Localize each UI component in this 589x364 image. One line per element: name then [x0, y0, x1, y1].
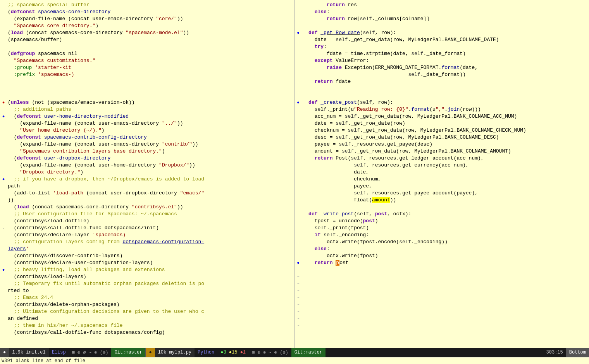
line: (add-to-list 'load-path (concat user-dro…: [0, 190, 294, 197]
line-content: fdate = time.strptime(date, self._date_f…: [301, 50, 589, 57]
status-size-2: 10k: [158, 350, 167, 355]
line: (contribsys/delete-orphan-packages): [0, 301, 294, 308]
line-content: self._date_format)): [301, 71, 589, 78]
line: self._date_format)): [295, 71, 589, 78]
line-content: ;; Ultimate configuration decisions are …: [6, 308, 294, 315]
line: ● (defconst user-home-directory-modified: [0, 113, 294, 120]
line-content: desc = self._get_row_data(row, MyLedgerP…: [301, 134, 589, 141]
line-content: "Dropbox directory."): [6, 169, 294, 176]
status-changes: ●3 ●15 ●1: [217, 348, 249, 357]
line: self._print(fpost): [295, 225, 589, 232]
line: def _write_post(self, post, octx):: [295, 211, 589, 218]
line: "User home directory (~/)."): [0, 127, 294, 134]
status-bar: ● 1.9k init.el Elisp ⊞ ⊛ ∅ ~ ⊗ (⊛) Git:m…: [0, 348, 589, 357]
line: else:: [295, 9, 589, 15]
line: [295, 204, 589, 211]
line: path: [0, 183, 294, 190]
right-pane: return res else: return row[self._column…: [295, 0, 589, 348]
line: -: [295, 266, 589, 273]
line: (contribsys/call-dotfile-func dotspacema…: [0, 329, 294, 336]
line: ;; Emacs 24.4: [0, 294, 294, 301]
mini-bar-text: W391 blank line at end of file: [2, 358, 85, 364]
right-code-scroll[interactable]: return res else: return row[self._column…: [295, 0, 589, 348]
line: ;; User configuration file for Spacemacs…: [0, 211, 294, 218]
line-content: (contribsys/discover-contrib-layers): [6, 252, 294, 259]
line-content: (defgroup spacemacs nil: [6, 50, 294, 57]
status-name-2: mylpl.py: [169, 350, 191, 355]
line: ;; Temporary fix until automatic orphan …: [0, 280, 294, 287]
status-fileinfo-1: 1.9k init.el: [9, 348, 48, 357]
line-content: return row[self._columns[colname]]: [301, 15, 589, 22]
line-content: (unless (not (spacemacs/emacs-version-ok…: [6, 99, 294, 106]
left-code-scroll[interactable]: ;; spacemacs special buffer (defconst sp…: [0, 0, 294, 348]
line-content: checknum,: [301, 176, 589, 183]
line: ~: [295, 315, 589, 322]
line: "Spacemacs customizations.": [0, 57, 294, 64]
status-indicator-1: ●: [0, 348, 9, 357]
line-content: ;; User configuration file for Spacemacs…: [6, 211, 294, 218]
line: ;; spacemacs special buffer: [0, 2, 294, 9]
line: (defconst spacemacs-contrib-config-direc…: [0, 134, 294, 141]
line-marker: ~: [296, 315, 301, 322]
line-content: (expand-file-name (concat user-emacs-dir…: [6, 15, 294, 22]
line-content: (expand-file-name (concat user-emacs-dir…: [6, 141, 294, 148]
line-content: (add-to-list 'load-path (concat user-dro…: [6, 190, 294, 197]
line: [0, 43, 294, 50]
status-fileinfo-2: 10k mylpl.py: [155, 348, 195, 357]
status-scroll: Bottom: [566, 348, 589, 357]
line-content: date = self._get_row_data(row, MyLedgerP…: [301, 36, 589, 43]
line: [295, 92, 589, 99]
line-content: )): [6, 197, 294, 204]
line-content: octx.write(fpost): [301, 252, 589, 259]
line: float(amount)): [295, 197, 589, 204]
line: "Spacemacs core directory."): [0, 22, 294, 29]
line: amount = self._get_row_data(row, MyLedge…: [295, 148, 589, 155]
line-marker: -: [296, 266, 301, 273]
line: acc_num = self._get_row_data(row, MyLedg…: [295, 113, 589, 120]
line: :prefix 'spacemacs-): [0, 71, 294, 78]
line-content: (expand-file-name (concat user-home-dire…: [6, 162, 294, 169]
line: ●(unless (not (spacemacs/emacs-version-o…: [0, 99, 294, 106]
line-content: return post: [301, 259, 589, 266]
line: ~: [295, 308, 589, 315]
line: ;; additional paths: [0, 106, 294, 113]
line: (expand-file-name (concat user-emacs-dir…: [0, 120, 294, 127]
line-content: date = self._get_row_date(row): [301, 120, 589, 127]
line-content: (spacemacs/buffer): [6, 36, 294, 43]
line-content: octx.write(fpost.encode(self._encoding)): [301, 239, 589, 246]
line-content: (contribsys/delete-orphan-packages): [6, 301, 294, 308]
line: return Post(self._resources.get_ledger_a…: [295, 155, 589, 162]
line: return fdate: [295, 78, 589, 85]
line-content: ;; configuration layers coming from dots…: [6, 239, 294, 246]
line: if self._encoding:: [295, 232, 589, 239]
line: (contribsys/declare-layer 'spacemacs): [0, 232, 294, 239]
line-content: acc_num = self._get_row_data(row, MyLedg…: [301, 113, 589, 120]
line-content: an defined: [6, 315, 294, 322]
line: ~: [295, 301, 589, 308]
status-icons-1: ⊞ ⊛ ∅ ~ ⊗ (⊛): [69, 348, 112, 357]
line-content: ;; Temporary fix until automatic orphan …: [6, 280, 294, 287]
line: (expand-file-name (concat user-emacs-dir…: [0, 15, 294, 22]
editor-area: ;; spacemacs special buffer (defconst sp…: [0, 0, 589, 348]
line-content: return res: [301, 2, 589, 9]
line: try:: [295, 43, 589, 50]
line: octx.write(fpost.encode(self._encoding)): [295, 239, 589, 246]
line-content: (defconst spacemacs-core-directory: [6, 9, 294, 15]
line-content: payee = self._resources.get_payee(desc): [301, 141, 589, 148]
line: octx.write(fpost): [295, 252, 589, 259]
line-content: ;; them in his/her ~/.spacemacs file: [6, 322, 294, 329]
line: ;; Ultimate configuration decisions are …: [0, 308, 294, 315]
line: fdate = time.strptime(date, self._date_f…: [295, 50, 589, 57]
line-marker: -: [1, 225, 6, 232]
line-content: try:: [301, 43, 589, 50]
line-content: float(amount)): [301, 197, 589, 204]
line-content: checknum = self._get_row_data(row, MyLed…: [301, 127, 589, 134]
line-content: (contribsys/call-dotfile-func dotspacema…: [6, 329, 294, 336]
line-content: def _create_post(self, row):: [301, 99, 589, 106]
line: checknum,: [295, 176, 589, 183]
line-marker: ●: [296, 259, 301, 266]
line-content: ;; heavy lifting, load all packages and …: [6, 266, 294, 273]
line: [0, 78, 294, 85]
line-content: path: [6, 183, 294, 190]
line: desc = self._get_row_data(row, MyLedgerP…: [295, 134, 589, 141]
